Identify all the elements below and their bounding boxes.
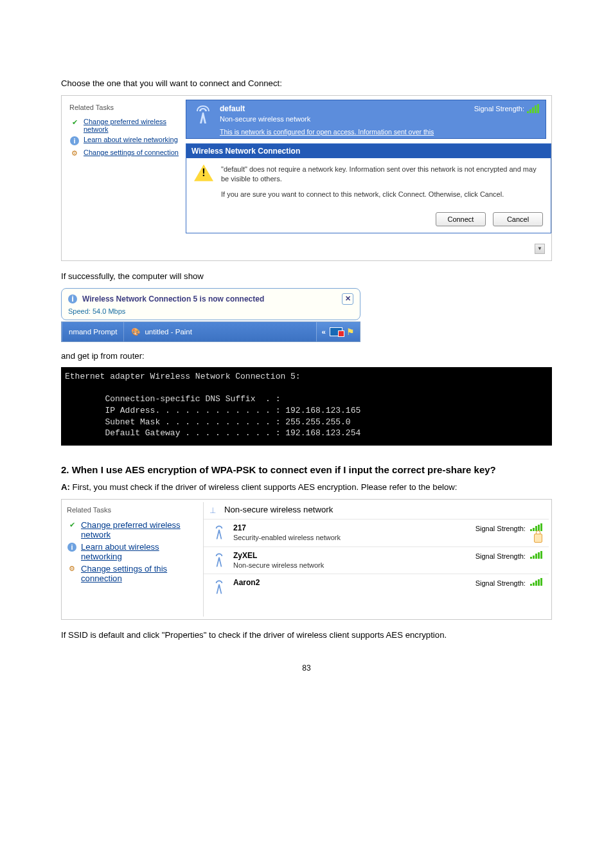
- signal-strength-label: Signal Strength:: [475, 552, 526, 560]
- taskbar-item-cmd-label: nmand Prompt: [69, 328, 117, 336]
- shield-icon[interactable]: ⚑: [346, 327, 355, 337]
- taskbar: nmand Prompt 🎨 untitled - Paint « ⚑: [61, 321, 360, 342]
- net-subtitle: Non-secure wireless network: [220, 115, 539, 123]
- top-nonsecure-label: Non-secure wireless network: [224, 505, 333, 514]
- network-sub: Security-enabled wireless network: [233, 534, 475, 541]
- balloon-and-taskbar: i Wireless Network Connection 5 is now c…: [61, 288, 360, 342]
- info-icon: i: [69, 136, 80, 146]
- success-line: If successfully, the computer will show: [61, 270, 552, 283]
- warning-icon: !: [194, 165, 213, 181]
- task-link-learn[interactable]: i Learn about wireless networking: [67, 542, 199, 561]
- balloon-tip: i Wireless Network Connection 5 is now c…: [61, 288, 360, 320]
- lock-icon: [534, 534, 542, 543]
- answer-text: First, you must check if the driver of w…: [70, 482, 458, 492]
- signal-bars-icon: [530, 578, 542, 586]
- antenna-icon: ⟂: [210, 505, 218, 515]
- info-icon: i: [68, 294, 77, 303]
- wzc-choose-panel: Related Tasks ✔ Change preferred wireles…: [61, 95, 552, 261]
- task-link-pref-net-label: Change preferred wireless network: [84, 118, 182, 133]
- task-link-pref-net[interactable]: ✔ Change preferred wireless network: [69, 118, 182, 133]
- top-nonsecure-row: ⟂ Non-secure wireless network: [204, 502, 549, 519]
- cancel-button[interactable]: Cancel: [493, 212, 543, 226]
- task-link-settings-label: Change settings of this connection: [81, 564, 199, 583]
- selected-network-card[interactable]: default Signal Strength: Non-secure wire…: [186, 100, 546, 139]
- section-2-heading: 2. When I use AES encryption of WPA-PSK …: [61, 462, 552, 477]
- task-link-settings-label: Change settings of connection: [84, 149, 179, 156]
- signal-bars-icon: [530, 551, 542, 559]
- wzc-networks-panel: Related Tasks ✔ Change preferred wireles…: [61, 499, 552, 620]
- taskbar-item-paint-label: untitled - Paint: [145, 328, 192, 336]
- connect-button[interactable]: Connect: [436, 212, 486, 226]
- cmd-output: Ethernet adapter Wireless Network Connec…: [61, 367, 552, 445]
- task-link-learn-label: Learn about wireless networking: [81, 542, 199, 561]
- gear-icon: ⚙: [69, 149, 80, 159]
- check-icon: ✔: [69, 118, 80, 128]
- intro-line: Choose the one that you will want to con…: [61, 77, 552, 90]
- network-item[interactable]: 217 Security-enabled wireless network Si…: [204, 519, 549, 547]
- signal-strength-label: Signal Strength:: [475, 579, 526, 587]
- network-ssid: ZyXEL: [233, 551, 475, 560]
- signal-bars-icon: [527, 104, 539, 113]
- taskbar-item-paint[interactable]: 🎨 untitled - Paint: [123, 322, 199, 341]
- system-tray: « ⚑: [316, 322, 360, 341]
- network-ssid: 217: [233, 523, 475, 532]
- network-icon[interactable]: [330, 327, 342, 336]
- related-tasks-label: Related Tasks: [67, 506, 199, 514]
- task-link-learn-label: Learn about wirele networking: [84, 136, 178, 143]
- scroll-down-icon[interactable]: ▼: [535, 244, 545, 254]
- balloon-speed: Speed: 54.0 Mbps: [68, 307, 353, 315]
- getip-line: and get ip from router:: [61, 350, 552, 363]
- dialog-msg2: If you are sure you want to connect to t…: [221, 190, 543, 199]
- section-2-answer: A: First, you must check if the driver o…: [61, 481, 552, 494]
- antenna-icon: [210, 523, 228, 542]
- task-link-pref-net-label: Change preferred wireless network: [81, 520, 199, 539]
- taskbar-item-cmd[interactable]: nmand Prompt: [62, 322, 123, 341]
- gear-icon: ⚙: [67, 564, 77, 574]
- closing-line: If SSID is default and click "Properties…: [61, 629, 552, 642]
- antenna-icon: [210, 551, 228, 570]
- check-icon: ✔: [67, 520, 77, 530]
- signal-strength-label: Signal Strength:: [474, 105, 524, 113]
- answer-label: A:: [61, 482, 70, 492]
- task-link-settings[interactable]: ⚙ Change settings of this connection: [67, 564, 199, 583]
- signal-strength-label: Signal Strength:: [475, 525, 526, 532]
- wzc1-sidebar: Related Tasks ✔ Change preferred wireles…: [67, 100, 186, 255]
- network-sub: Non-secure wireless network: [233, 561, 475, 569]
- confirm-dialog: Wireless Network Connection ! "default" …: [186, 143, 551, 234]
- dialog-title: Wireless Network Connection: [186, 144, 551, 158]
- tray-chevron-icon[interactable]: «: [322, 328, 326, 336]
- network-item[interactable]: ZyXEL Non-secure wireless network Signal…: [204, 547, 549, 574]
- wzc4-sidebar: Related Tasks ✔ Change preferred wireles…: [64, 502, 203, 617]
- dialog-msg1: "default" does not require a network key…: [221, 165, 543, 184]
- network-item[interactable]: Aaron2 Signal Strength:: [204, 574, 549, 601]
- antenna-icon: [210, 578, 228, 597]
- balloon-close-button[interactable]: ✕: [342, 293, 353, 305]
- info-icon: i: [67, 542, 77, 552]
- task-link-pref-net[interactable]: ✔ Change preferred wireless network: [67, 520, 199, 539]
- paint-icon: 🎨: [130, 327, 141, 337]
- antenna-icon: [193, 104, 213, 125]
- signal-bars-icon: [530, 523, 542, 531]
- task-link-learn[interactable]: i Learn about wirele networking: [69, 136, 182, 146]
- task-link-settings[interactable]: ⚙ Change settings of connection: [69, 149, 182, 159]
- net-footer-note: This is network is configured for open a…: [220, 128, 539, 136]
- net-ssid: default: [220, 104, 474, 113]
- related-tasks-label: Related Tasks: [69, 104, 182, 111]
- balloon-title: Wireless Network Connection 5 is now con…: [82, 294, 342, 303]
- page-number: 83: [61, 664, 552, 673]
- network-ssid: Aaron2: [233, 578, 475, 587]
- network-list: ⟂ Non-secure wireless network 217 Securi…: [203, 502, 549, 617]
